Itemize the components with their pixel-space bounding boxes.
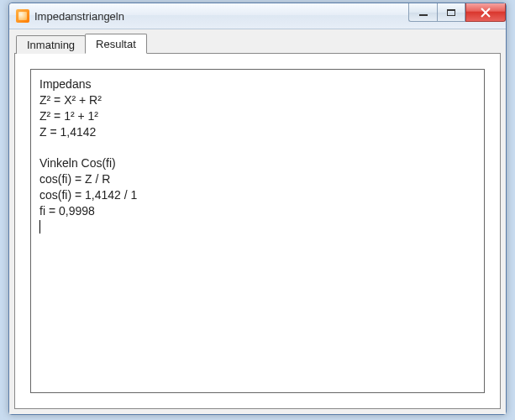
app-window: Impedanstriangeln Inmatning Resultat Imp…	[8, 3, 507, 415]
close-icon	[481, 8, 491, 18]
titlebar[interactable]: Impedanstriangeln	[9, 3, 506, 29]
maximize-icon	[447, 9, 455, 16]
text-caret	[39, 220, 40, 234]
tabstrip: Inmatning Resultat	[14, 33, 501, 54]
tab-inmatning[interactable]: Inmatning	[16, 35, 86, 54]
close-button[interactable]	[465, 3, 506, 22]
window-controls	[408, 3, 506, 22]
window-title: Impedanstriangeln	[34, 10, 124, 23]
result-text: Impedans Z² = X² + R² Z² = 1² + 1² Z = 1…	[39, 77, 137, 218]
client-area: Inmatning Resultat Impedans Z² = X² + R²…	[9, 29, 506, 414]
minimize-button[interactable]	[408, 3, 437, 22]
maximize-button[interactable]	[437, 3, 465, 22]
minimize-icon	[419, 14, 428, 16]
app-icon	[16, 9, 29, 23]
result-output[interactable]: Impedans Z² = X² + R² Z² = 1² + 1² Z = 1…	[30, 69, 485, 393]
tabpage-resultat: Impedans Z² = X² + R² Z² = 1² + 1² Z = 1…	[14, 54, 501, 409]
tab-resultat[interactable]: Resultat	[85, 34, 147, 54]
